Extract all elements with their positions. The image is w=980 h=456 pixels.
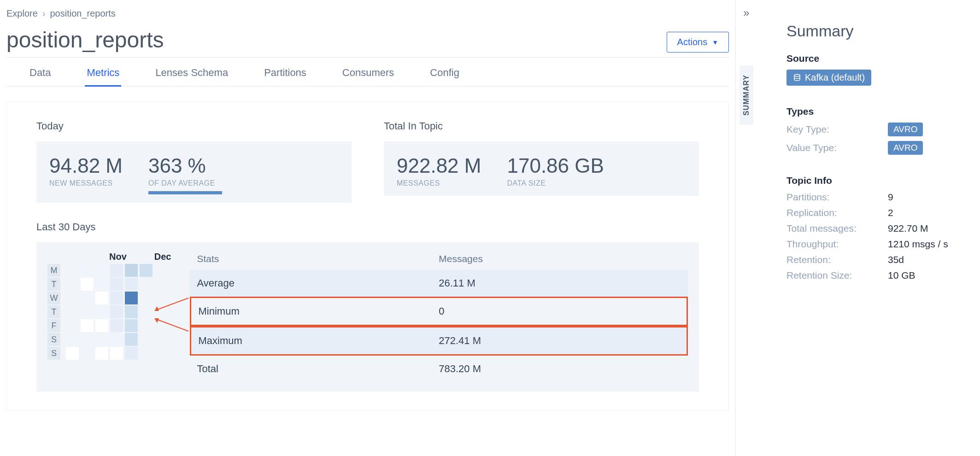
stats-row-stat: Minimum	[199, 305, 439, 317]
last30-title: Last 30 Days	[36, 221, 699, 233]
today-stats: 94.82 M NEW MESSAGES 363 % OF DAY AVERAG…	[36, 141, 352, 203]
stats-row-messages: 26.11 M	[439, 277, 681, 289]
heatmap-cell[interactable]	[66, 305, 79, 318]
stats-row-stat: Total	[197, 363, 439, 375]
heatmap-cell[interactable]	[110, 333, 123, 346]
heatmap-cell[interactable]	[110, 292, 123, 304]
stats-row-stat: Maximum	[199, 335, 439, 347]
heatmap-cell[interactable]	[125, 319, 138, 332]
heatmap-cell[interactable]	[140, 319, 153, 332]
key-type-label: Key Type:	[786, 124, 888, 135]
heatmap-cell[interactable]	[81, 292, 94, 304]
heatmap-cell[interactable]	[125, 264, 138, 277]
heatmap-cell[interactable]	[125, 292, 138, 304]
breadcrumb: Explore › position_reports	[6, 8, 729, 19]
heatmap-cell[interactable]	[66, 278, 79, 291]
heatmap-cell[interactable]	[140, 305, 153, 318]
heatmap-cell[interactable]	[66, 264, 79, 277]
heatmap-cell[interactable]	[66, 333, 79, 346]
heatmap-cell[interactable]	[81, 305, 94, 318]
stats-row: Maximum272.41 M	[190, 326, 688, 356]
topic-info-row: Throughput:1210 msgs / s	[786, 239, 980, 250]
heatmap-cell[interactable]	[95, 319, 108, 332]
tab-config[interactable]: Config	[428, 60, 461, 86]
tab-metrics[interactable]: Metrics	[85, 60, 121, 87]
heatmap-cell[interactable]	[66, 347, 79, 360]
heatmap-cell[interactable]	[81, 333, 94, 346]
breadcrumb-root[interactable]: Explore	[6, 8, 38, 19]
data-size-label: DATA SIZE	[507, 179, 604, 187]
heatmap-cell[interactable]	[125, 305, 138, 318]
heatmap-cell[interactable]	[66, 292, 79, 304]
stats-col-header: Stats	[197, 253, 439, 264]
topic-info-row: Partitions:9	[786, 192, 980, 203]
topic-info-key: Partitions:	[786, 192, 888, 203]
heatmap-cell[interactable]	[140, 264, 153, 277]
heatmap-cell[interactable]	[140, 347, 153, 360]
summary-tab[interactable]: SUMMARY	[739, 65, 753, 125]
heatmap-cell[interactable]	[95, 278, 108, 291]
page-title: position_reports	[6, 27, 164, 53]
value-type-badge[interactable]: AVRO	[888, 141, 923, 155]
svg-point-4	[794, 74, 800, 76]
heatmap-cell[interactable]	[110, 347, 123, 360]
heatmap-cell[interactable]	[110, 278, 123, 291]
collapse-chevrons-icon[interactable]: »	[743, 6, 749, 19]
heatmap-cell[interactable]	[81, 319, 94, 332]
heatmap-cell[interactable]	[125, 333, 138, 346]
topic-info-key: Retention Size:	[786, 270, 888, 281]
day-label: M	[47, 264, 60, 277]
topic-info-key: Retention:	[786, 254, 888, 265]
heatmap-cell[interactable]	[125, 278, 138, 291]
actions-button[interactable]: Actions ▼	[667, 32, 729, 53]
heatmap-cell[interactable]	[81, 264, 94, 277]
messages-col-header: Messages	[439, 253, 681, 264]
key-type-badge[interactable]: AVRO	[888, 123, 923, 136]
topic-info-value: 9	[888, 192, 893, 203]
stats-row-stat: Average	[197, 277, 439, 289]
topic-info-value: 10 GB	[888, 270, 915, 281]
month-nov: Nov	[109, 251, 127, 262]
heatmap-cell[interactable]	[125, 347, 138, 360]
heatmap-cell[interactable]	[95, 305, 108, 318]
source-badge[interactable]: Kafka (default)	[786, 70, 871, 86]
summary-title: Summary	[786, 22, 980, 40]
heatmap: Nov Dec MTWTFSS	[47, 251, 171, 382]
stats-table: Stats Messages Average26.11 MMinimum0Max…	[190, 251, 688, 382]
day-avg-label: OF DAY AVERAGE	[148, 179, 222, 187]
summary-pane: » SUMMARY Summary Source Kafka (default)…	[736, 0, 980, 456]
tab-lenses-schema[interactable]: Lenses Schema	[153, 60, 230, 86]
stats-row: Total783.20 M	[190, 356, 688, 382]
value-type-label: Value Type:	[786, 142, 888, 153]
caret-down-icon: ▼	[712, 39, 718, 46]
heatmap-cell[interactable]	[110, 319, 123, 332]
heatmap-cell[interactable]	[81, 347, 94, 360]
heatmap-cell[interactable]	[81, 278, 94, 291]
topic-info-value: 1210 msgs / s	[888, 239, 948, 250]
source-badge-label: Kafka (default)	[805, 72, 865, 83]
heatmap-cell[interactable]	[66, 319, 79, 332]
stats-row-messages: 0	[439, 305, 679, 317]
topic-info-row: Total messages:922.70 M	[786, 223, 980, 234]
tab-partitions[interactable]: Partitions	[262, 60, 308, 86]
topic-info-title: Topic Info	[786, 175, 980, 186]
heatmap-cell[interactable]	[95, 292, 108, 304]
heatmap-cell[interactable]	[140, 333, 153, 346]
topic-info-value: 35d	[888, 254, 904, 265]
topic-info-value: 922.70 M	[888, 223, 928, 234]
heatmap-cell[interactable]	[140, 278, 153, 291]
heatmap-cell[interactable]	[110, 264, 123, 277]
messages-value: 922.82 M	[397, 154, 481, 177]
stats-row-messages: 783.20 M	[439, 363, 681, 375]
heatmap-cell[interactable]	[95, 347, 108, 360]
heatmap-cell[interactable]	[110, 305, 123, 318]
topic-info-key: Throughput:	[786, 239, 888, 250]
heatmap-cell[interactable]	[95, 333, 108, 346]
topic-info-row: Replication:2	[786, 207, 980, 218]
tab-data[interactable]: Data	[28, 60, 53, 86]
types-title: Types	[786, 106, 980, 117]
heatmap-cell[interactable]	[95, 264, 108, 277]
tab-consumers[interactable]: Consumers	[340, 60, 396, 86]
day-avg-bar	[148, 191, 222, 194]
heatmap-cell[interactable]	[140, 292, 153, 304]
